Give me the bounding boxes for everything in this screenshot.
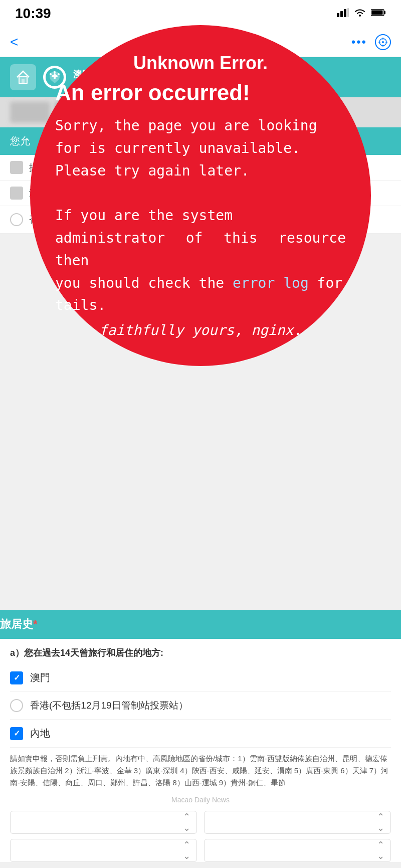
- status-icons: [337, 8, 386, 20]
- wifi-icon: [354, 8, 366, 19]
- mainland-label: 內地: [30, 727, 50, 740]
- hongkong-checkbox[interactable]: [10, 699, 23, 712]
- option-hongkong[interactable]: 香港(不包括12月19日管制站投票站）: [10, 692, 391, 720]
- target-button[interactable]: [375, 34, 391, 50]
- error-log-link[interactable]: error log: [233, 275, 309, 291]
- error-main: An error occurred!: [55, 81, 346, 105]
- error-line4b: administrator of this resource then: [55, 230, 346, 269]
- svg-rect-2: [344, 9, 346, 17]
- select-box-3[interactable]: ⌃⌄: [10, 839, 197, 862]
- svg-rect-7: [372, 11, 383, 15]
- nav-actions: •••: [351, 34, 391, 50]
- error-line4a: If you are the system: [55, 207, 233, 224]
- select-arrow-4: ⌃⌄: [377, 839, 384, 861]
- svg-point-19: [54, 71, 56, 73]
- lujushi-header: 旅居史*: [0, 610, 401, 639]
- svg-point-9: [382, 41, 384, 43]
- status-bar: 10:39: [0, 0, 401, 27]
- macau-checkbox[interactable]: [10, 671, 23, 684]
- svg-point-20: [58, 73, 60, 75]
- error-body: Sorry, the page you are looking for is c…: [55, 115, 346, 317]
- error-line3: Please try again later.: [55, 162, 250, 179]
- required-asterisk: *: [33, 618, 38, 630]
- svg-rect-15: [22, 79, 25, 84]
- select-row-1: ⌃⌄ ⌃⌄: [10, 811, 391, 834]
- svg-rect-1: [340, 11, 343, 17]
- macau-label: 澳門: [30, 671, 50, 684]
- option-mainland[interactable]: 內地: [10, 720, 391, 748]
- select-box-4[interactable]: ⌃⌄: [204, 839, 391, 862]
- select-arrow-2: ⌃⌄: [377, 811, 384, 833]
- error-line4d: for: [317, 275, 343, 291]
- battery-icon: [371, 9, 386, 19]
- notice-text: 請如實申報，否則需負上刑責。內地有中、高風險地區的省份/城市：1）雲南-西雙版納…: [10, 748, 391, 794]
- home-icon[interactable]: [10, 64, 36, 90]
- watermark: Macao Daily News: [10, 794, 391, 806]
- hongkong-label: 香港(不包括12月19日管制站投票站）: [30, 699, 188, 712]
- svg-rect-3: [347, 8, 349, 17]
- select-box-1[interactable]: ⌃⌄: [10, 811, 197, 834]
- select-arrow-3: ⌃⌄: [183, 839, 190, 861]
- error-line2: for is currently unavailable.: [55, 140, 300, 156]
- sub-question-a: a）您在過去14天曾旅行和居住的地方:: [10, 639, 391, 664]
- error-line4c: you should check the: [55, 275, 224, 291]
- more-options-button[interactable]: •••: [351, 35, 367, 49]
- status-time: 10:39: [15, 6, 51, 22]
- lujushi-section: 旅居史* a）您在過去14天曾旅行和居住的地方: 澳門 香港(不包括12月19日…: [0, 610, 401, 862]
- select-box-2[interactable]: ⌃⌄: [204, 811, 391, 834]
- back-button[interactable]: <: [10, 34, 18, 50]
- select-row-2: ⌃⌄ ⌃⌄: [10, 839, 391, 862]
- select-arrow-1: ⌃⌄: [183, 811, 190, 833]
- svg-rect-18: [52, 75, 58, 77]
- lujushi-content: a）您在過去14天曾旅行和居住的地方: 澳門 香港(不包括12月19日管制站投票…: [0, 639, 401, 862]
- svg-rect-6: [384, 11, 385, 14]
- error-overlay: Unknown Error. An error occurred! Sorry,…: [30, 25, 371, 366]
- svg-point-4: [359, 15, 361, 17]
- error-line5: tails.: [55, 297, 106, 313]
- error-nginx: faithfully yours, nginx.: [99, 322, 302, 338]
- svg-rect-0: [337, 13, 339, 17]
- error-line1: Sorry, the page you are looking: [55, 117, 317, 134]
- signal-icon: [337, 8, 349, 20]
- svg-point-21: [50, 73, 52, 75]
- mainland-checkbox[interactable]: [10, 727, 23, 740]
- option-macau[interactable]: 澳門: [10, 664, 391, 692]
- lujushi-title: 旅居史: [0, 618, 33, 630]
- error-title: Unknown Error.: [133, 53, 268, 74]
